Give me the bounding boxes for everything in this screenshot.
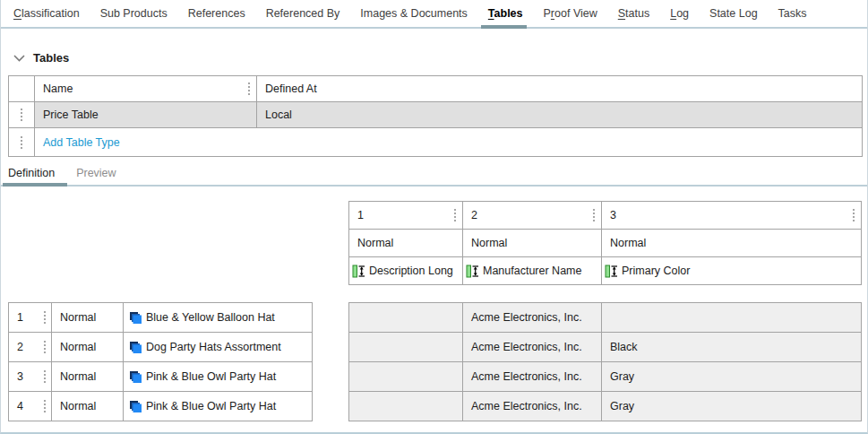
definition-data-table: Acme Electronics, Inc.Acme Electronics, … bbox=[348, 302, 862, 421]
table-type-grid: Name Defined At Price Table Local Add Ta… bbox=[8, 75, 863, 157]
tab-label: Referenced By bbox=[266, 7, 340, 20]
section-title: Tables bbox=[33, 51, 69, 65]
column-style: Normal bbox=[357, 237, 393, 249]
product-cube-icon bbox=[129, 370, 142, 384]
row-style: Normal bbox=[60, 311, 96, 324]
column-attribute-description-long[interactable]: Description Long bbox=[349, 257, 463, 285]
product-cell-pink-blue-owl-party-hat[interactable]: Pink & Blue Owl Party Hat bbox=[124, 392, 313, 421]
product-name: Pink & Blue Owl Party Hat bbox=[146, 400, 276, 412]
column-header-2[interactable]: 2 bbox=[463, 202, 602, 230]
product-name: Blue & Yellow Balloon Hat bbox=[146, 311, 275, 324]
row-style-cell[interactable]: Normal bbox=[52, 362, 124, 392]
row-handle[interactable] bbox=[9, 102, 35, 128]
tab-referenced-by[interactable]: Referenced By bbox=[266, 0, 340, 27]
vertical-dots-icon[interactable] bbox=[852, 207, 855, 223]
column-header-1[interactable]: 1 bbox=[349, 202, 463, 230]
row-style: Normal bbox=[60, 341, 96, 353]
row-header-1[interactable]: 1 bbox=[9, 303, 52, 333]
definition-row-table: 1 Normal Blue & Yellow Balloon Hat2 Norm… bbox=[8, 302, 313, 421]
vertical-dots-icon[interactable] bbox=[20, 107, 23, 123]
row-style-cell[interactable]: Normal bbox=[52, 303, 124, 333]
tab-tasks[interactable]: Tasks bbox=[778, 0, 807, 27]
definition-preview-tab-bar: DefinitionPreview bbox=[1, 161, 867, 187]
tab-label: State Log bbox=[709, 7, 758, 20]
column-number: 1 bbox=[357, 209, 364, 221]
table-cell[interactable]: Acme Electronics, Inc. bbox=[463, 333, 602, 362]
tab-label: Images & Documents bbox=[360, 7, 468, 20]
tables-section-header: Tables bbox=[13, 51, 69, 65]
chevron-down-icon[interactable] bbox=[13, 55, 25, 62]
vertical-dots-icon[interactable] bbox=[43, 369, 47, 385]
table-cell[interactable] bbox=[602, 303, 862, 333]
subtab-label: Preview bbox=[76, 167, 116, 179]
cell-value: Acme Electronics, Inc. bbox=[471, 341, 582, 353]
table-cell[interactable] bbox=[349, 333, 463, 362]
cell-value: Acme Electronics, Inc. bbox=[471, 370, 582, 383]
attribute-name: Manufacturer Name bbox=[483, 265, 581, 277]
tab-proof-view[interactable]: Proof View bbox=[544, 0, 597, 27]
table-cell[interactable]: Acme Electronics, Inc. bbox=[463, 392, 602, 421]
vertical-dots-icon[interactable] bbox=[43, 339, 47, 355]
column-style-cell[interactable]: Normal bbox=[602, 230, 862, 257]
column-header-label: Name bbox=[43, 82, 73, 95]
vertical-dots-icon[interactable] bbox=[592, 207, 596, 223]
product-cell-pink-blue-owl-party-hat[interactable]: Pink & Blue Owl Party Hat bbox=[124, 362, 313, 392]
vertical-dots-icon[interactable] bbox=[43, 309, 47, 326]
table-cell[interactable]: Acme Electronics, Inc. bbox=[463, 303, 602, 333]
tab-classification[interactable]: Classification bbox=[13, 0, 80, 27]
row-handle[interactable] bbox=[9, 128, 35, 157]
row-header-2[interactable]: 2 bbox=[9, 333, 52, 362]
row-style-cell[interactable]: Normal bbox=[52, 392, 124, 421]
row-number: 3 bbox=[17, 370, 23, 383]
column-attribute-manufacturer-name[interactable]: Manufacturer Name bbox=[463, 257, 602, 285]
tab-images-documents[interactable]: Images & Documents bbox=[360, 0, 468, 27]
table-type-defined-at-cell[interactable]: Local bbox=[257, 102, 863, 128]
column-header-3[interactable]: 3 bbox=[602, 202, 862, 230]
table-cell[interactable] bbox=[349, 362, 463, 392]
tables-tab-page: ClassificationSub ProductsReferencesRefe… bbox=[0, 0, 868, 434]
tab-sub-products[interactable]: Sub Products bbox=[100, 0, 168, 27]
product-cube-icon bbox=[129, 311, 142, 325]
column-style-cell[interactable]: Normal bbox=[349, 230, 463, 257]
tab-state-log[interactable]: State Log bbox=[709, 0, 758, 27]
vertical-dots-icon[interactable] bbox=[20, 135, 23, 151]
definition-column-header-table: 1 2 3 NormalNormalNormal Description Lon… bbox=[348, 201, 862, 285]
vertical-dots-icon[interactable] bbox=[247, 81, 251, 97]
product-cell-blue-yellow-balloon-hat[interactable]: Blue & Yellow Balloon Hat bbox=[124, 303, 313, 333]
table-cell[interactable] bbox=[349, 303, 463, 333]
product-cell-dog-party-hats-assortment[interactable]: Dog Party Hats Assortment bbox=[124, 333, 313, 362]
table-type-name: Price Table bbox=[43, 108, 99, 121]
tab-log[interactable]: Log bbox=[670, 0, 689, 27]
tab-label: Proof View bbox=[544, 7, 597, 20]
row-number: 1 bbox=[17, 311, 23, 324]
vertical-dots-icon[interactable] bbox=[453, 207, 457, 223]
table-cell[interactable]: Black bbox=[602, 333, 862, 362]
text-attribute-icon bbox=[352, 265, 365, 278]
table-cell[interactable]: Gray bbox=[602, 362, 862, 392]
row-style-cell[interactable]: Normal bbox=[52, 333, 124, 362]
row-header-4[interactable]: 4 bbox=[9, 392, 52, 421]
vertical-dots-icon[interactable] bbox=[43, 398, 47, 414]
row-number: 2 bbox=[17, 341, 23, 353]
subtab-preview[interactable]: Preview bbox=[76, 161, 116, 185]
row-header-3[interactable]: 3 bbox=[9, 362, 52, 392]
table-cell[interactable]: Acme Electronics, Inc. bbox=[463, 362, 602, 392]
table-type-name-cell[interactable]: Price Table bbox=[35, 102, 257, 128]
subtab-definition[interactable]: Definition bbox=[8, 161, 55, 185]
column-attribute-primary-color[interactable]: Primary Color bbox=[602, 257, 862, 285]
column-style: Normal bbox=[610, 237, 646, 249]
column-header-defined-at[interactable]: Defined At bbox=[257, 76, 863, 102]
tab-label: Tables bbox=[488, 7, 523, 20]
cell-value: Gray bbox=[610, 400, 634, 412]
table-cell[interactable]: Gray bbox=[602, 392, 862, 421]
tab-references[interactable]: References bbox=[188, 0, 245, 27]
column-style-cell[interactable]: Normal bbox=[463, 230, 602, 257]
column-header-name[interactable]: Name bbox=[35, 76, 257, 102]
tab-tables[interactable]: Tables bbox=[488, 0, 523, 27]
tab-status[interactable]: Status bbox=[618, 0, 649, 27]
tab-label: Log bbox=[670, 7, 689, 20]
table-cell[interactable] bbox=[349, 392, 463, 421]
cell-value: Acme Electronics, Inc. bbox=[471, 400, 582, 412]
attribute-name: Primary Color bbox=[622, 265, 690, 277]
add-table-type-link[interactable]: Add Table Type bbox=[43, 136, 120, 149]
